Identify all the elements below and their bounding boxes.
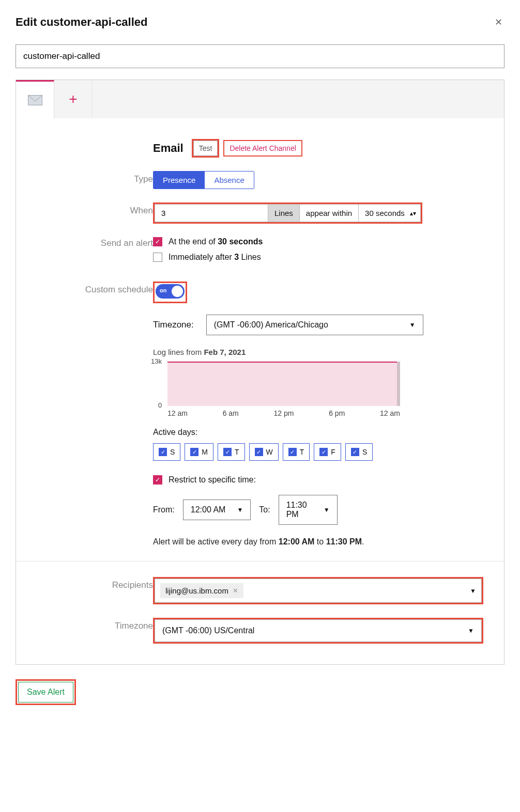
type-label: Type (37, 171, 153, 184)
day-thu[interactable]: ✓T (283, 443, 310, 461)
restrict-time-checkbox[interactable]: ✓ (153, 475, 162, 485)
day-sun[interactable]: ✓S (153, 443, 180, 461)
toggle-state: on (160, 287, 166, 293)
channel-tabs: + (16, 80, 504, 118)
to-time-select[interactable]: 11:30 PM ▼ (279, 495, 338, 525)
day-mon[interactable]: ✓M (185, 443, 213, 461)
tab-add-channel[interactable]: + (54, 80, 93, 118)
restrict-time-label: Restrict to specific time: (169, 475, 256, 485)
footer-timezone-select[interactable]: (GMT -06:00) US/Central ▼ (155, 619, 482, 642)
chart-ymin: 0 (158, 401, 162, 409)
recipients-select[interactable]: lijing@us.ibm.com ✕ ▼ (155, 579, 482, 603)
chart-ymax: 13k (151, 357, 162, 365)
sort-icon: ▴▾ (410, 210, 416, 217)
chart-x-axis: 12 am 6 am 12 pm 6 pm 12 am (167, 409, 400, 417)
envelope-icon (28, 95, 42, 105)
when-window-value: 30 seconds (365, 209, 405, 217)
schedule-toggle[interactable]: on (156, 284, 185, 299)
chevron-down-icon: ▼ (237, 506, 243, 513)
close-icon[interactable]: ✕ (493, 14, 504, 30)
when-window-select[interactable]: 30 seconds ▴▾ (359, 204, 421, 222)
day-sat[interactable]: ✓S (345, 443, 373, 461)
log-lines-chart: 13k 0 (167, 360, 400, 406)
chevron-down-icon: ▼ (324, 506, 330, 513)
chevron-down-icon: ▼ (409, 321, 416, 329)
timezone-select[interactable]: (GMT -06:00) America/Chicago ▼ (206, 315, 423, 335)
channel-title: Email (153, 142, 183, 155)
type-absence[interactable]: Absence (205, 171, 253, 189)
page-title: Edit customer-api-called (16, 15, 148, 29)
day-tue[interactable]: ✓T (218, 443, 245, 461)
day-fri[interactable]: ✓F (314, 443, 341, 461)
timezone-inline-label: Timezone: (153, 320, 194, 330)
to-label: To: (259, 505, 270, 514)
recipients-label: Recipients (37, 577, 153, 590)
recipient-chip: lijing@us.ibm.com ✕ (160, 583, 243, 598)
custom-schedule-label: Custom schedule (37, 282, 153, 295)
from-value: 12:00 AM (191, 505, 226, 514)
tab-email[interactable] (16, 80, 54, 118)
type-presence[interactable]: Presence (154, 171, 205, 189)
chart-title: Log lines from Feb 7, 2021 (153, 348, 483, 356)
plus-icon: + (69, 91, 77, 107)
from-label: From: (153, 505, 175, 514)
chip-remove-icon[interactable]: ✕ (233, 587, 238, 595)
test-button[interactable]: Test (193, 140, 218, 156)
chevron-down-icon: ▼ (468, 627, 474, 634)
end-text: At the end of 30 seconds (169, 237, 263, 246)
end-checkbox[interactable]: ✓ (153, 237, 162, 246)
active-days-label: Active days: (153, 428, 483, 437)
active-days-row: ✓S ✓M ✓T ✓W ✓T ✓F ✓S (153, 443, 483, 461)
immediate-text: Immediately after 3 Lines (169, 253, 261, 262)
save-button[interactable]: Save Alert (18, 682, 73, 702)
alert-name-input[interactable] (16, 44, 504, 68)
when-appear-label: appear within (300, 204, 359, 222)
delete-channel-button[interactable]: Delete Alert Channel (224, 141, 301, 155)
when-unit-label: Lines (268, 204, 300, 222)
to-value: 11:30 PM (286, 501, 312, 519)
when-label: When (37, 202, 153, 216)
footer-timezone-value: (GMT -06:00) US/Central (162, 626, 254, 635)
from-time-select[interactable]: 12:00 AM ▼ (183, 499, 251, 520)
footer-timezone-label: Timezone (37, 618, 153, 631)
alert-panel: + Email Test Delete Alert Channel Type P… (16, 80, 504, 665)
immediate-checkbox[interactable] (153, 253, 162, 262)
send-alert-label: Send an alert (37, 237, 153, 248)
recipient-email: lijing@us.ibm.com (165, 586, 228, 595)
chevron-down-icon: ▼ (470, 587, 476, 595)
active-summary: Alert will be active every day from 12:0… (153, 537, 483, 546)
type-toggle[interactable]: Presence Absence (153, 171, 254, 189)
divider (16, 561, 504, 561)
day-wed[interactable]: ✓W (249, 443, 279, 461)
when-count-input[interactable] (155, 204, 268, 222)
timezone-value: (GMT -06:00) America/Chicago (214, 320, 328, 330)
